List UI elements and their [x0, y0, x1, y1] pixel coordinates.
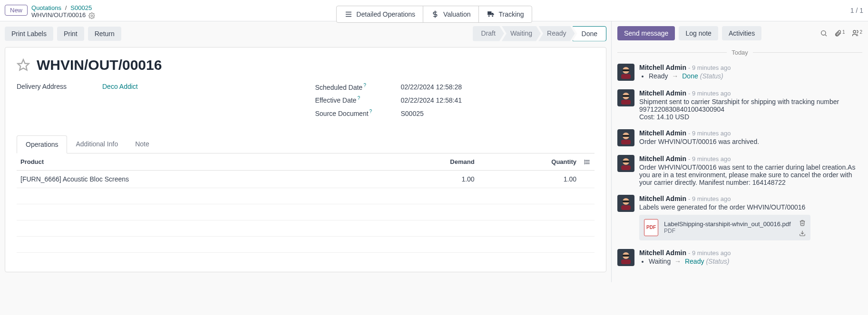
svg-line-12	[825, 35, 827, 36]
attachment-count: 1	[842, 29, 845, 35]
breadcrumb: Quotations / S00025 WHVIN/OUT/00016	[31, 4, 95, 19]
detailed-operations-button[interactable]: Detailed Operations	[336, 6, 423, 22]
message-time: - 9 minutes ago	[688, 90, 731, 97]
message-time: - 9 minutes ago	[688, 130, 731, 137]
help-icon[interactable]: ?	[357, 95, 360, 101]
breadcrumb-quotations[interactable]: Quotations	[31, 4, 61, 11]
status-row: Print Labels Print Return Draft Waiting …	[5, 26, 606, 41]
table-row[interactable]: [FURN_6666] Acoustic Bloc Screens1.001.0…	[17, 171, 595, 188]
breadcrumb-current: WHVIN/OUT/00016	[31, 11, 86, 19]
help-icon[interactable]: ?	[363, 83, 366, 88]
col-demand[interactable]: Demand	[379, 153, 478, 171]
message-time: - 9 minutes ago	[688, 155, 731, 162]
print-labels-button[interactable]: Print Labels	[5, 27, 53, 41]
scheduled-date-label: Scheduled Date?	[315, 83, 401, 91]
message-time: - 9 minutes ago	[688, 64, 731, 71]
search-icon[interactable]	[820, 29, 828, 37]
message-time: - 9 minutes ago	[688, 195, 731, 202]
column-options-icon[interactable]	[580, 153, 595, 171]
tab-operations[interactable]: Operations	[17, 135, 67, 153]
avatar[interactable]	[617, 195, 634, 212]
status-to[interactable]: Ready	[685, 258, 704, 265]
message-body: Order WHVIN/OUT/00016 was archived.	[639, 138, 862, 145]
tab-additional-info[interactable]: Additional Info	[67, 135, 127, 153]
breadcrumb-s00025[interactable]: S00025	[70, 4, 92, 11]
new-button[interactable]: New	[5, 5, 28, 16]
tab-note[interactable]: Note	[127, 135, 158, 153]
avatar[interactable]	[617, 129, 634, 146]
avatar[interactable]	[617, 155, 634, 172]
star-icon[interactable]	[17, 58, 30, 72]
tracking-label: Tracking	[498, 10, 524, 18]
cell-quantity: 1.00	[478, 171, 580, 188]
message-body: Order WHVIN/OUT/00016 was sent to the ca…	[639, 163, 862, 186]
message-list: Mitchell Admin - 9 minutes agoReady → Do…	[612, 62, 868, 273]
status-draft[interactable]: Draft	[473, 26, 504, 41]
svg-point-5	[488, 16, 489, 17]
detailed-operations-label: Detailed Operations	[356, 10, 415, 18]
delivery-address-value[interactable]: Deco Addict	[102, 83, 138, 90]
cell-product: [FURN_6666] Acoustic Bloc Screens	[17, 171, 379, 188]
gear-icon[interactable]	[88, 11, 95, 19]
svg-marker-7	[18, 59, 29, 70]
cell-demand: 1.00	[379, 171, 478, 188]
message-author[interactable]: Mitchell Admin	[639, 129, 686, 137]
message-author[interactable]: Mitchell Admin	[639, 64, 686, 71]
status-ready[interactable]: Ready	[538, 26, 575, 41]
list-icon	[344, 10, 352, 19]
message-author[interactable]: Mitchell Admin	[639, 195, 686, 202]
effective-date-value: 02/22/2024 12:58:41	[401, 96, 462, 104]
status-change: Ready → Done(Status)	[649, 72, 862, 80]
col-product[interactable]: Product	[17, 153, 379, 171]
valuation-label: Valuation	[443, 10, 470, 18]
trash-icon[interactable]	[799, 219, 806, 226]
svg-point-6	[492, 16, 493, 17]
print-button[interactable]: Print	[57, 27, 84, 41]
truck-icon	[486, 10, 495, 19]
main-column: Print Labels Print Return Draft Waiting …	[0, 21, 611, 283]
log-note-button[interactable]: Log note	[679, 26, 718, 40]
status-change: Waiting → Ready(Status)	[649, 258, 862, 265]
col-quantity[interactable]: Quantity	[478, 153, 580, 171]
svg-point-13	[853, 30, 856, 33]
message-author[interactable]: Mitchell Admin	[639, 155, 686, 162]
avatar[interactable]	[617, 89, 634, 106]
message-author[interactable]: Mitchell Admin	[639, 249, 686, 257]
svg-point-11	[821, 30, 826, 35]
message-author[interactable]: Mitchell Admin	[639, 89, 686, 97]
attachment-name: LabelShipping-starshipit-whvin_out_00016…	[664, 220, 793, 228]
arrow-icon: →	[674, 258, 681, 265]
activities-button[interactable]: Activities	[722, 26, 761, 40]
download-icon[interactable]	[799, 229, 806, 237]
message-body: Labels were generated for the order WHVI…	[639, 203, 862, 211]
message: Mitchell Admin - 9 minutes agoWaiting → …	[612, 247, 868, 273]
message-time: - 9 minutes ago	[688, 249, 731, 257]
send-message-button[interactable]: Send message	[617, 26, 675, 40]
svg-point-0	[91, 15, 93, 17]
status-waiting[interactable]: Waiting	[502, 26, 541, 41]
empty-row	[17, 188, 595, 204]
return-button[interactable]: Return	[88, 27, 121, 41]
avatar[interactable]	[617, 64, 634, 81]
header-bar: New Quotations / S00025 WHVIN/OUT/00016 …	[0, 0, 868, 21]
message: Mitchell Admin - 9 minutes agoLabels wer…	[612, 193, 868, 248]
status-to[interactable]: Done	[682, 72, 698, 80]
attachment[interactable]: PDFLabelShipping-starshipit-whvin_out_00…	[639, 215, 810, 241]
pager[interactable]: 1 / 1	[850, 4, 863, 14]
operations-table: Product Demand Quantity [FURN_6666] Acou…	[17, 153, 595, 253]
effective-date-label: Effective Date?	[315, 95, 401, 104]
help-icon[interactable]: ?	[370, 109, 372, 114]
status-done[interactable]: Done	[573, 26, 606, 41]
followers-icon[interactable]: 2	[851, 29, 862, 37]
attachment-icon[interactable]: 1	[834, 29, 845, 37]
dollar-icon	[431, 10, 439, 19]
delivery-address-label: Delivery Address	[17, 83, 102, 90]
tracking-button[interactable]: Tracking	[478, 6, 531, 22]
record-title: WHVIN/OUT/00016	[37, 57, 162, 73]
status-label: (Status)	[700, 72, 723, 80]
valuation-button[interactable]: Valuation	[423, 6, 478, 22]
avatar[interactable]	[617, 249, 634, 266]
today-separator: Today	[612, 46, 868, 62]
statusbar: Draft Waiting Ready Done	[475, 26, 606, 41]
message: Mitchell Admin - 9 minutes agoOrder WHVI…	[612, 127, 868, 153]
